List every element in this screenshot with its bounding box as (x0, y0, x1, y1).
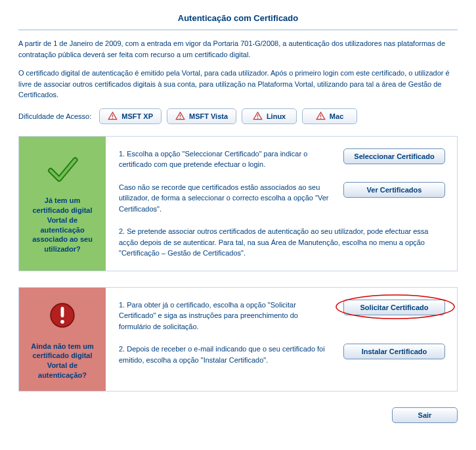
panel-no-question: Ainda não tem um certificado digital Vor… (26, 342, 99, 380)
os-button-label: MSFT Vista (189, 112, 228, 120)
svg-point-10 (60, 319, 64, 323)
panel-has-step1: 1. Escolha a opção "Seleccionar Certific… (119, 148, 332, 170)
select-certificate-button[interactable]: Seleccionar Certificado (343, 148, 445, 164)
warning-icon (108, 111, 118, 121)
intro-text: A partir de 1 de Janeiro de 2009, com a … (18, 38, 458, 101)
warning-icon (253, 111, 263, 121)
svg-point-1 (112, 118, 114, 119)
warning-icon (175, 111, 185, 121)
request-certificate-button[interactable]: Solicitar Certificado (343, 300, 445, 315)
os-button-msft-xp[interactable]: MSFT XP (99, 108, 162, 124)
panel-has-left: Já tem um certificado digital Vortal de … (19, 137, 106, 271)
panel-no-right: 1. Para obter já o certificado, escolha … (106, 288, 457, 391)
panel-no-step2: 2. Depois de receber o e-mail indicando … (119, 344, 332, 365)
svg-rect-9 (61, 307, 64, 317)
panel-has-question: Já tem um certificado digital Vortal de … (26, 196, 99, 254)
svg-point-3 (180, 118, 181, 119)
alert-icon (45, 298, 79, 332)
os-button-label: Linux (267, 112, 286, 120)
panel-has-certificate: Já tem um certificado digital Vortal de … (18, 136, 458, 271)
divider (18, 30, 458, 30)
os-button-mac[interactable]: Mac (302, 108, 357, 124)
panel-has-step2: 2. Se pretende associar outros certifica… (119, 226, 445, 259)
page-title: Autenticação com Certificado (18, 13, 458, 23)
view-certificates-button[interactable]: Ver Certificados (343, 182, 445, 198)
warning-icon (316, 111, 326, 121)
svg-point-7 (320, 118, 322, 119)
svg-point-5 (257, 118, 259, 119)
panel-has-middle-text: Caso não se recorde que certificados est… (119, 182, 332, 215)
panel-has-right: 1. Escolha a opção "Seleccionar Certific… (106, 137, 457, 271)
panel-no-left: Ainda não tem um certificado digital Vor… (19, 288, 106, 391)
install-certificate-button[interactable]: Instalar Certificado (343, 344, 445, 359)
exit-button[interactable]: Sair (392, 407, 458, 423)
intro-paragraph-2: O certificado digital de autenticação é … (18, 68, 458, 101)
exit-row: Sair (18, 407, 458, 423)
os-button-msft-vista[interactable]: MSFT Vista (167, 108, 236, 124)
os-button-label: MSFT XP (121, 112, 153, 120)
access-difficulty-label: Dificuldade de Acesso: (18, 112, 91, 120)
access-difficulty-row: Dificuldade de Acesso: MSFT XP MSFT Vist… (18, 108, 458, 124)
checkmark-icon (45, 152, 79, 187)
os-button-linux[interactable]: Linux (242, 108, 297, 124)
panel-no-step1: 1. Para obter já o certificado, escolha … (119, 300, 332, 332)
os-button-label: Mac (330, 112, 343, 120)
panel-no-certificate: Ainda não tem um certificado digital Vor… (18, 287, 458, 392)
intro-paragraph-1: A partir de 1 de Janeiro de 2009, com a … (18, 38, 458, 60)
